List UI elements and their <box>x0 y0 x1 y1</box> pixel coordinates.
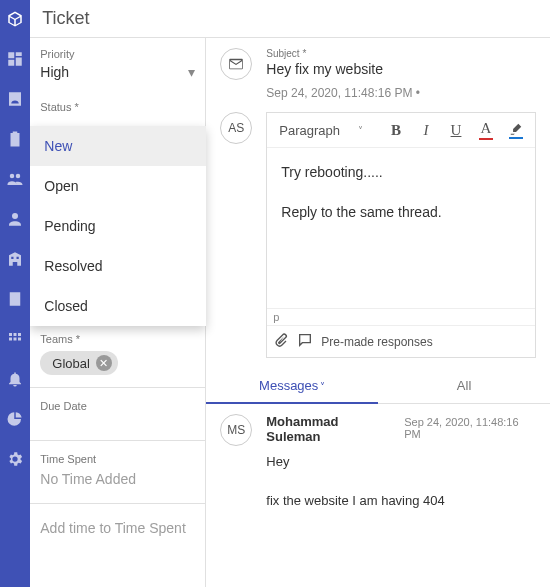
priority-label: Priority <box>40 48 195 60</box>
cube-logo-icon[interactable] <box>6 10 24 28</box>
message-timestamp: Sep 24, 2020, 11:48:16 PM • <box>266 86 550 100</box>
tab-all[interactable]: All <box>378 368 550 403</box>
chevron-down-icon: ▾ <box>188 64 195 80</box>
reply-editor: Paragraph ˅ B I U A Try rebooting..... <box>266 112 536 358</box>
attachment-icon[interactable] <box>273 332 289 351</box>
nav-rail <box>0 0 30 587</box>
thread-timestamp: Sep 24, 2020, 11:48:16 PM <box>404 416 536 440</box>
status-dropdown: New Open Pending Resolved Closed <box>30 126 206 326</box>
underline-button[interactable]: U <box>443 117 469 143</box>
author-avatar: MS <box>220 414 252 446</box>
font-color-button[interactable]: A <box>473 117 499 143</box>
due-date-label: Due Date <box>40 400 195 412</box>
chevron-down-icon: ˅ <box>320 381 325 392</box>
status-option-resolved[interactable]: Resolved <box>30 246 206 286</box>
ticket-sidebar: Priority High ▾ Status * New Open Pendin… <box>30 38 206 587</box>
bell-icon[interactable] <box>6 370 24 388</box>
chevron-down-icon: ˅ <box>358 125 363 136</box>
priority-select[interactable]: High ▾ <box>40 62 195 83</box>
status-option-pending[interactable]: Pending <box>30 206 206 246</box>
tab-messages[interactable]: Messages˅ <box>206 368 378 403</box>
italic-button[interactable]: I <box>413 117 439 143</box>
status-option-closed[interactable]: Closed <box>30 286 206 326</box>
time-spent-value: No Time Added <box>40 467 195 491</box>
mail-icon <box>220 48 252 80</box>
reply-avatar: AS <box>220 112 252 144</box>
teams-label: Teams * <box>40 333 195 345</box>
subject-label: Subject * <box>266 48 536 59</box>
editor-body[interactable]: Try rebooting..... Reply to the same thr… <box>267 148 535 308</box>
thread-line: fix the website I am having 404 <box>266 493 536 508</box>
grid-icon[interactable] <box>6 330 24 348</box>
thread-author: Mohammad Suleman <box>266 414 394 444</box>
thread-line: Hey <box>266 454 536 469</box>
people-icon[interactable] <box>6 170 24 188</box>
page-title: Ticket <box>30 0 550 38</box>
building-icon[interactable] <box>6 250 24 268</box>
article-icon[interactable] <box>6 290 24 308</box>
highlight-button[interactable] <box>503 117 529 143</box>
clipboard-icon[interactable] <box>6 130 24 148</box>
priority-value: High <box>40 62 69 82</box>
gear-icon[interactable] <box>6 450 24 468</box>
person-icon[interactable] <box>6 210 24 228</box>
team-chip[interactable]: Global ✕ <box>40 351 118 375</box>
block-format-select[interactable]: Paragraph ˅ <box>273 119 369 142</box>
editor-path: p <box>267 308 535 325</box>
add-time-input[interactable]: Add time to Time Spent <box>40 516 195 540</box>
premade-responses-button[interactable]: Pre-made responses <box>321 335 432 349</box>
dashboard-icon[interactable] <box>6 50 24 68</box>
pie-chart-icon[interactable] <box>6 410 24 428</box>
editor-toolbar: Paragraph ˅ B I U A <box>267 113 535 148</box>
time-spent-label: Time Spent <box>40 453 195 465</box>
status-option-new[interactable]: New <box>30 126 206 166</box>
contact-icon[interactable] <box>6 90 24 108</box>
status-option-open[interactable]: Open <box>30 166 206 206</box>
comment-icon[interactable] <box>297 332 313 351</box>
close-icon[interactable]: ✕ <box>96 355 112 371</box>
subject-value[interactable]: Hey fix my website <box>266 61 536 77</box>
team-chip-label: Global <box>52 356 90 371</box>
status-label: Status * <box>40 101 195 111</box>
bold-button[interactable]: B <box>383 117 409 143</box>
